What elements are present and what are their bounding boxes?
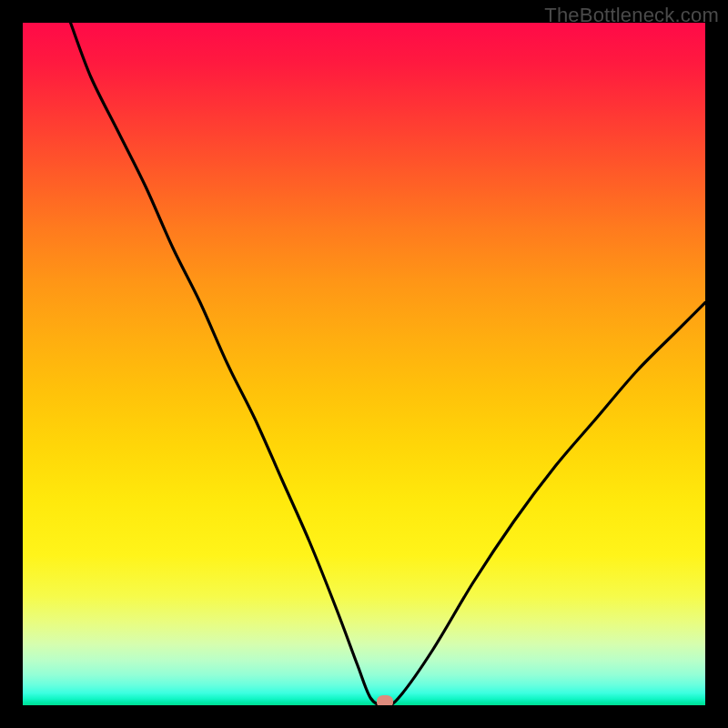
chart-frame: TheBottleneck.com (0, 0, 728, 728)
optimal-marker (377, 695, 393, 705)
plot-area (23, 23, 705, 705)
bottleneck-curve (23, 23, 705, 705)
watermark-text: TheBottleneck.com (544, 4, 719, 27)
